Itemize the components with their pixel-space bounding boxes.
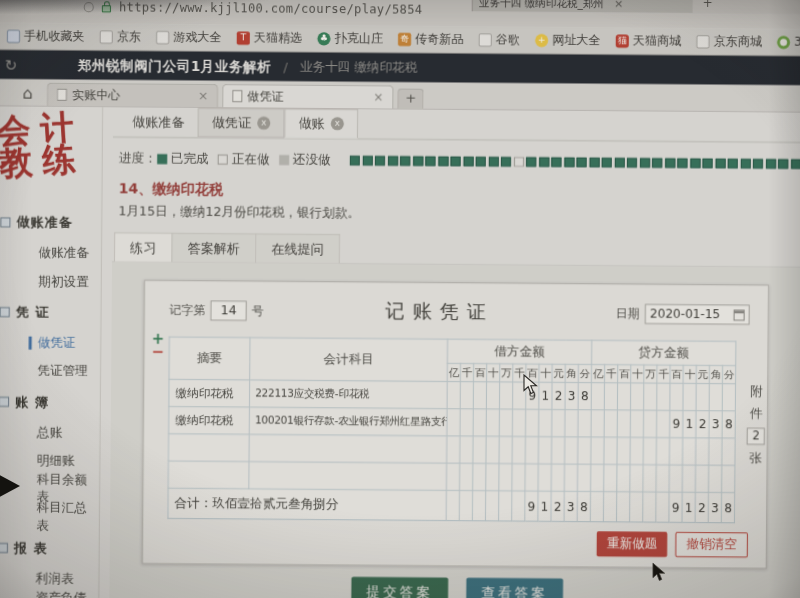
amount-cell[interactable] — [656, 465, 669, 492]
bookmark-item[interactable]: 谷歌 — [479, 31, 520, 48]
amount-cell[interactable] — [682, 465, 695, 492]
amount-cell[interactable] — [696, 383, 709, 410]
tab-close-icon[interactable]: × — [614, 0, 623, 10]
bookmark-item[interactable]: 奇传奇新品 — [398, 30, 464, 48]
amount-cell[interactable] — [709, 384, 722, 411]
amount-cell[interactable] — [643, 465, 656, 492]
amount-cell[interactable]: 1 — [683, 411, 696, 438]
account-cell[interactable]: 222113应交税费-印花税 — [249, 380, 447, 409]
amount-cell[interactable] — [604, 383, 617, 410]
amount-cell[interactable] — [617, 383, 630, 410]
tab-close-icon[interactable]: x — [331, 117, 344, 130]
amount-cell[interactable] — [538, 464, 551, 491]
workspace-tab-做账[interactable]: 做账x — [284, 109, 358, 139]
amount-cell[interactable] — [630, 437, 643, 464]
url-text[interactable]: https://www.kjjl100.com/course/play/5854 — [119, 0, 422, 16]
subtab-答案解析[interactable]: 答案解析 — [171, 233, 256, 263]
subtab-在线提问[interactable]: 在线提问 — [255, 233, 340, 263]
amount-cell[interactable] — [577, 464, 590, 491]
amount-cell[interactable] — [669, 465, 682, 492]
bookmark-item[interactable]: T天猫精选 — [237, 29, 303, 47]
amount-cell[interactable] — [499, 464, 512, 491]
sidebar-item-资产负债表[interactable]: 资产负债表 — [0, 592, 98, 598]
amount-cell[interactable]: 3 — [565, 382, 578, 409]
home-icon[interactable]: ⌂ — [23, 83, 33, 102]
summary-cell[interactable]: 缴纳印花税 — [169, 407, 250, 435]
summary-cell[interactable]: 缴纳印花税 — [169, 379, 250, 407]
amount-cell[interactable] — [617, 437, 630, 464]
amount-cell[interactable] — [617, 410, 630, 437]
view-answer-button[interactable]: 查看答案 — [466, 578, 563, 598]
amount-cell[interactable] — [460, 409, 473, 436]
calendar-icon[interactable] — [733, 309, 744, 320]
amount-cell[interactable] — [551, 437, 564, 464]
amount-cell[interactable] — [644, 383, 657, 410]
add-tab-button[interactable]: + — [398, 88, 424, 108]
amount-cell[interactable] — [525, 437, 538, 464]
amount-cell[interactable] — [670, 383, 683, 410]
amount-cell[interactable]: 2 — [696, 411, 709, 438]
amount-cell[interactable] — [657, 383, 670, 410]
remove-row-button[interactable]: − — [152, 345, 165, 358]
amount-cell[interactable] — [604, 437, 617, 464]
tab-close-icon[interactable]: x — [257, 116, 270, 129]
amount-cell[interactable] — [499, 382, 512, 409]
amount-cell[interactable] — [512, 436, 525, 463]
amount-cell[interactable] — [525, 464, 538, 491]
amount-cell[interactable] — [643, 410, 656, 437]
amount-cell[interactable] — [459, 463, 472, 490]
amount-cell[interactable] — [709, 465, 722, 492]
bookmark-item[interactable]: ♣扑克山庄 — [317, 30, 383, 48]
amount-cell[interactable] — [486, 463, 499, 490]
sidebar-item-总账[interactable]: 总账 — [0, 418, 100, 447]
amount-cell[interactable] — [591, 437, 604, 464]
amount-cell[interactable] — [565, 410, 578, 437]
clear-button[interactable]: 撤销清空 — [675, 532, 748, 558]
amount-cell[interactable] — [722, 438, 735, 465]
amount-cell[interactable] — [604, 410, 617, 437]
tab-close-icon[interactable]: × — [373, 90, 383, 104]
amount-cell[interactable] — [538, 437, 551, 464]
account-cell[interactable] — [249, 462, 447, 491]
amount-cell[interactable]: 9 — [670, 410, 683, 437]
amount-cell[interactable] — [656, 438, 669, 465]
tab-做凭证[interactable]: 做凭证× — [222, 84, 394, 109]
amount-cell[interactable] — [446, 463, 459, 490]
workspace-tab-做账准备[interactable]: 做账准备 — [119, 107, 198, 137]
amount-cell[interactable] — [552, 410, 565, 437]
amount-cell[interactable] — [565, 437, 578, 464]
submit-answer-button[interactable]: 提交答案 — [351, 577, 448, 598]
amount-cell[interactable] — [447, 409, 460, 436]
amount-cell[interactable]: 8 — [722, 411, 735, 438]
redo-button[interactable]: 重新做题 — [597, 531, 668, 557]
sidebar-item-做账准备[interactable]: 做账准备 — [0, 238, 101, 267]
summary-cell[interactable] — [168, 461, 249, 489]
tab-实账中心[interactable]: 实账中心× — [47, 83, 219, 108]
bookmark-item[interactable]: 手机收藏夹 — [7, 27, 85, 45]
sidebar-item-做凭证[interactable]: 做凭证 — [0, 328, 100, 357]
amount-cell[interactable]: 8 — [578, 383, 591, 410]
account-cell[interactable] — [249, 434, 447, 463]
amount-cell[interactable] — [447, 436, 460, 463]
bookmark-item[interactable]: 360搜索 — [777, 33, 800, 51]
amount-cell[interactable] — [473, 463, 486, 490]
amount-cell[interactable] — [564, 464, 577, 491]
sidebar-item-期初设置[interactable]: 期初设置 — [0, 267, 101, 296]
bookmark-item[interactable]: 猫天猫商城 — [616, 32, 682, 50]
subtab-练习[interactable]: 练习 — [114, 232, 173, 262]
amount-cell[interactable] — [486, 382, 499, 409]
amount-cell[interactable] — [525, 409, 538, 436]
amount-cell[interactable] — [486, 409, 499, 436]
amount-cell[interactable] — [617, 465, 630, 492]
amount-cell[interactable] — [709, 438, 722, 465]
amount-cell[interactable] — [473, 409, 486, 436]
voucher-number-input[interactable]: 14 — [210, 301, 246, 321]
bookmark-item[interactable]: 游戏大全 — [156, 28, 222, 46]
new-tab-button[interactable]: + — [693, 0, 800, 14]
summary-cell[interactable] — [168, 434, 249, 462]
bookmark-item[interactable]: +网址大全 — [535, 31, 601, 49]
amount-cell[interactable]: 1 — [539, 382, 552, 409]
amount-cell[interactable]: 3 — [709, 411, 722, 438]
amount-cell[interactable] — [604, 464, 617, 491]
bookmark-item[interactable]: 京东 — [100, 28, 141, 45]
